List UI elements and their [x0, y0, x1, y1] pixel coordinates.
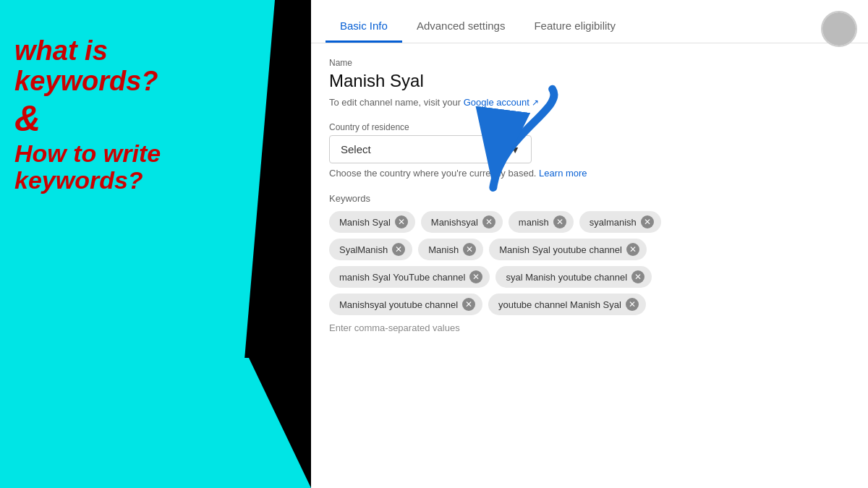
keyword-chip-syalmanish: syalmanish ✕ — [579, 211, 661, 233]
chip-remove-manish-syal-youtube[interactable]: ✕ — [626, 243, 639, 256]
country-hint: Choose the country where you're currentl… — [329, 168, 850, 179]
chip-label: SyalManish — [339, 244, 388, 255]
chip-remove-yt-channel-manish-syal[interactable]: ✕ — [626, 298, 639, 311]
chip-label: syal Manish youtube channel — [506, 272, 627, 283]
keyword-chip-manishsyal-yt: Manishsyal youtube channel ✕ — [329, 294, 482, 315]
tabs-bar: Basic Info Advanced settings Feature eli… — [311, 0, 868, 43]
chip-label: youtube channel Manish Syal — [498, 299, 621, 310]
left-ampersand: & — [14, 100, 246, 137]
keyword-chip-manish-syal-youtube: Manish Syal youtube channel ✕ — [489, 239, 647, 260]
chip-label: Manishsyal youtube channel — [339, 299, 458, 310]
keywords-row-1: Manish Syal ✕ Manishsyal ✕ manish ✕ syal… — [329, 211, 850, 233]
chip-remove-manish-syal-yt-channel[interactable]: ✕ — [469, 270, 482, 283]
keywords-row-3: manish Syal YouTube channel ✕ syal Manis… — [329, 266, 850, 288]
left-title-line2: How to write keywords? — [14, 140, 246, 194]
name-label: Name — [329, 58, 850, 68]
chip-label: Manish Syal — [339, 217, 391, 228]
chip-remove-syalmanish[interactable]: ✕ — [641, 215, 654, 228]
chip-label: Manishsyal — [431, 217, 478, 228]
tab-feature-eligibility[interactable]: Feature eligibility — [519, 11, 630, 43]
keyword-chip-manish2: Manish ✕ — [418, 239, 483, 260]
left-title-line1: what is keywords? — [14, 36, 246, 97]
chip-remove-manish-syal[interactable]: ✕ — [395, 215, 408, 228]
google-account-link[interactable]: Google account — [464, 97, 529, 108]
chip-remove-syalmanish2[interactable]: ✕ — [392, 243, 405, 256]
chip-label: Manish — [428, 244, 459, 255]
chip-label: manish — [519, 217, 549, 228]
cyan-decoration-bottom — [0, 358, 311, 488]
chip-label: manish Syal YouTube channel — [339, 272, 465, 283]
keywords-row-2: SyalManish ✕ Manish ✕ Manish Syal youtub… — [329, 239, 850, 260]
chip-remove-manishsyal[interactable]: ✕ — [482, 215, 495, 228]
keyword-chip-manish-syal: Manish Syal ✕ — [329, 211, 415, 233]
profile-avatar — [822, 12, 856, 46]
left-panel: what is keywords? & How to write keyword… — [0, 0, 311, 488]
edit-channel-note: To edit channel name, visit your Google … — [329, 97, 850, 108]
keyword-input-hint: Enter comma-separated values — [329, 322, 850, 333]
chevron-down-icon: ▼ — [510, 144, 520, 155]
keyword-chip-yt-channel-manish-syal: youtube channel Manish Syal ✕ — [488, 294, 646, 315]
external-link-icon: ↗ — [532, 98, 539, 108]
keyword-chip-syalmanish2: SyalManish ✕ — [329, 239, 412, 260]
channel-name-value: Manish Syal — [329, 71, 850, 91]
chip-remove-manish2[interactable]: ✕ — [463, 243, 476, 256]
main-content: Name Manish Syal To edit channel name, v… — [311, 43, 868, 348]
chip-label: Manish Syal youtube channel — [499, 244, 622, 255]
learn-more-link[interactable]: Learn more — [539, 168, 587, 179]
chip-remove-syal-manish-yt[interactable]: ✕ — [631, 270, 644, 283]
country-select[interactable]: Select ▼ — [329, 135, 532, 163]
keyword-chip-manish-syal-yt-channel: manish Syal YouTube channel ✕ — [329, 266, 490, 288]
country-section: Country of residence Select ▼ Choose the… — [329, 122, 850, 179]
country-select-value: Select — [341, 143, 371, 155]
keyword-chip-manish: manish ✕ — [509, 211, 574, 233]
tab-advanced-settings[interactable]: Advanced settings — [402, 11, 520, 43]
right-panel: Basic Info Advanced settings Feature eli… — [311, 0, 868, 488]
keywords-label: Keywords — [329, 193, 850, 204]
keywords-section: Keywords Manish Syal ✕ Manishsyal ✕ mani… — [329, 193, 850, 333]
chip-remove-manish[interactable]: ✕ — [553, 215, 566, 228]
tab-basic-info[interactable]: Basic Info — [326, 11, 402, 43]
profile-icon — [821, 11, 857, 47]
chip-remove-manishsyal-yt[interactable]: ✕ — [462, 298, 475, 311]
country-label: Country of residence — [329, 122, 850, 132]
keyword-chip-syal-manish-yt: syal Manish youtube channel ✕ — [495, 266, 652, 288]
keywords-row-4: Manishsyal youtube channel ✕ youtube cha… — [329, 294, 850, 315]
left-text-block: what is keywords? & How to write keyword… — [14, 36, 246, 194]
keyword-chip-manishsyal: Manishsyal ✕ — [421, 211, 503, 233]
chip-label: syalmanish — [590, 217, 637, 228]
